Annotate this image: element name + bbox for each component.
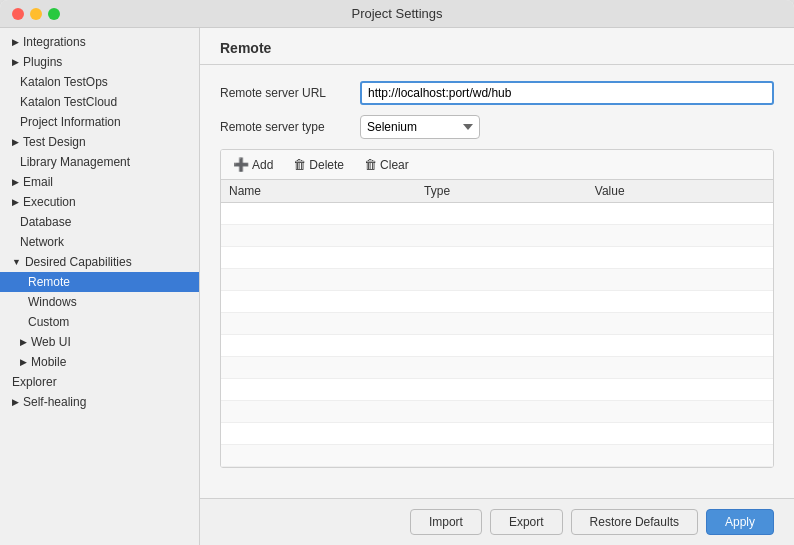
footer: Import Export Restore Defaults Apply <box>200 498 794 545</box>
table-row <box>221 203 773 225</box>
chevron-icon: ▶ <box>12 397 19 407</box>
sidebar-item-desired-capabilities[interactable]: ▼Desired Capabilities <box>0 252 199 272</box>
sidebar-item-label: Integrations <box>23 35 86 49</box>
clear-label: Clear <box>380 158 409 172</box>
window-title: Project Settings <box>351 6 442 21</box>
chevron-icon: ▶ <box>12 57 19 67</box>
sidebar-item-integrations[interactable]: ▶Integrations <box>0 32 199 52</box>
sidebar-item-label: Project Information <box>20 115 121 129</box>
chevron-icon: ▶ <box>12 137 19 147</box>
add-icon: ➕ <box>233 157 249 172</box>
close-button[interactable] <box>12 8 24 20</box>
project-settings-window: Project Settings ▶Integrations▶PluginsKa… <box>0 0 794 545</box>
sidebar-item-windows[interactable]: Windows <box>0 292 199 312</box>
table-row <box>221 269 773 291</box>
sidebar-item-project-information[interactable]: Project Information <box>0 112 199 132</box>
sidebar-item-test-design[interactable]: ▶Test Design <box>0 132 199 152</box>
table-row <box>221 247 773 269</box>
sidebar: ▶Integrations▶PluginsKatalon TestOpsKata… <box>0 28 200 545</box>
server-type-select[interactable]: Selenium Appium <box>360 115 480 139</box>
type-row: Remote server type Selenium Appium <box>220 115 774 139</box>
col-value: Value <box>587 180 773 203</box>
titlebar: Project Settings <box>0 0 794 28</box>
delete-icon: 🗑 <box>293 157 306 172</box>
clear-icon: 🗑 <box>364 157 377 172</box>
type-label: Remote server type <box>220 120 360 134</box>
sidebar-item-library-management[interactable]: Library Management <box>0 152 199 172</box>
main-content: ▶Integrations▶PluginsKatalon TestOpsKata… <box>0 28 794 545</box>
sidebar-item-plugins[interactable]: ▶Plugins <box>0 52 199 72</box>
sidebar-item-label: Test Design <box>23 135 86 149</box>
sidebar-item-label: Execution <box>23 195 76 209</box>
sidebar-item-label: Plugins <box>23 55 62 69</box>
sidebar-item-label: Katalon TestCloud <box>20 95 117 109</box>
restore-defaults-button[interactable]: Restore Defaults <box>571 509 698 535</box>
panel-title: Remote <box>220 40 271 56</box>
sidebar-item-database[interactable]: Database <box>0 212 199 232</box>
sidebar-item-label: Database <box>20 215 71 229</box>
chevron-icon: ▶ <box>12 177 19 187</box>
sidebar-item-label: Network <box>20 235 64 249</box>
panel-body: Remote server URL Remote server type Sel… <box>200 65 794 498</box>
sidebar-item-label: Library Management <box>20 155 130 169</box>
table-row <box>221 401 773 423</box>
sidebar-item-mobile[interactable]: ▶Mobile <box>0 352 199 372</box>
sidebar-item-label: Desired Capabilities <box>25 255 132 269</box>
window-controls <box>12 8 60 20</box>
chevron-icon: ▼ <box>12 257 21 267</box>
sidebar-item-label: Self-healing <box>23 395 86 409</box>
table-body <box>221 203 773 467</box>
table-row <box>221 291 773 313</box>
sidebar-item-katalon-testops[interactable]: Katalon TestOps <box>0 72 199 92</box>
apply-button[interactable]: Apply <box>706 509 774 535</box>
chevron-icon: ▶ <box>12 197 19 207</box>
sidebar-item-katalon-testcloud[interactable]: Katalon TestCloud <box>0 92 199 112</box>
data-table: Name Type Value <box>221 180 773 467</box>
header-row: Name Type Value <box>221 180 773 203</box>
table-row <box>221 379 773 401</box>
url-input[interactable] <box>360 81 774 105</box>
sidebar-item-explorer[interactable]: Explorer <box>0 372 199 392</box>
sidebar-item-custom[interactable]: Custom <box>0 312 199 332</box>
chevron-icon: ▶ <box>12 37 19 47</box>
url-label: Remote server URL <box>220 86 360 100</box>
delete-label: Delete <box>309 158 344 172</box>
table-section: ➕ Add 🗑 Delete 🗑 Clear <box>220 149 774 468</box>
sidebar-item-label: Mobile <box>31 355 66 369</box>
sidebar-item-web-ui[interactable]: ▶Web UI <box>0 332 199 352</box>
sidebar-item-remote[interactable]: Remote <box>0 272 199 292</box>
sidebar-item-email[interactable]: ▶Email <box>0 172 199 192</box>
clear-button[interactable]: 🗑 Clear <box>360 156 413 173</box>
right-panel: Remote Remote server URL Remote server t… <box>200 28 794 545</box>
minimize-button[interactable] <box>30 8 42 20</box>
sidebar-item-execution[interactable]: ▶Execution <box>0 192 199 212</box>
chevron-icon: ▶ <box>20 357 27 367</box>
sidebar-item-self-healing[interactable]: ▶Self-healing <box>0 392 199 412</box>
table-row <box>221 335 773 357</box>
col-name: Name <box>221 180 416 203</box>
table-header: Name Type Value <box>221 180 773 203</box>
table-row <box>221 423 773 445</box>
import-button[interactable]: Import <box>410 509 482 535</box>
table-row <box>221 445 773 467</box>
export-button[interactable]: Export <box>490 509 563 535</box>
maximize-button[interactable] <box>48 8 60 20</box>
sidebar-item-label: Web UI <box>31 335 71 349</box>
chevron-icon: ▶ <box>20 337 27 347</box>
sidebar-item-label: Remote <box>28 275 70 289</box>
sidebar-item-network[interactable]: Network <box>0 232 199 252</box>
url-row: Remote server URL <box>220 81 774 105</box>
sidebar-item-label: Katalon TestOps <box>20 75 108 89</box>
table-toolbar: ➕ Add 🗑 Delete 🗑 Clear <box>221 150 773 180</box>
table-row <box>221 225 773 247</box>
panel-header: Remote <box>200 28 794 65</box>
delete-button[interactable]: 🗑 Delete <box>289 156 348 173</box>
table-row <box>221 313 773 335</box>
sidebar-item-label: Explorer <box>12 375 57 389</box>
col-type: Type <box>416 180 587 203</box>
add-label: Add <box>252 158 273 172</box>
table-row <box>221 357 773 379</box>
sidebar-item-label: Windows <box>28 295 77 309</box>
add-button[interactable]: ➕ Add <box>229 156 277 173</box>
sidebar-item-label: Custom <box>28 315 69 329</box>
